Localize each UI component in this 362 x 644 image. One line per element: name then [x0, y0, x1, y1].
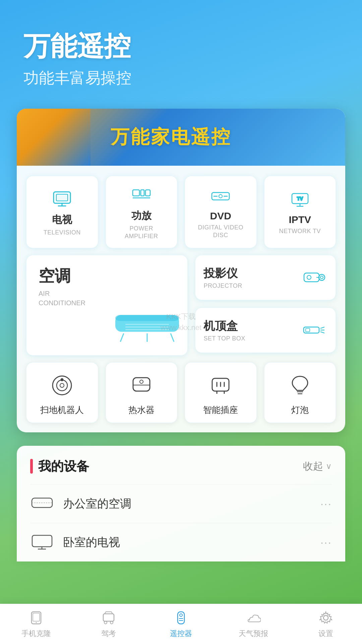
- tv-list-icon: [30, 534, 54, 551]
- stb-icon: [301, 320, 327, 340]
- robot-name: 扫地机器人: [40, 404, 84, 416]
- my-devices-title: 我的设备: [38, 458, 89, 475]
- ac-name-en-2: CONDITIONER: [39, 299, 85, 307]
- header-area: 万能遥控 功能丰富易操控: [0, 0, 362, 109]
- svg-rect-4: [133, 190, 139, 196]
- remote-icon: [173, 610, 189, 626]
- stb-name-zh: 机顶盒: [203, 318, 245, 334]
- nav-label-weather: 天气预报: [239, 629, 268, 639]
- chevron-down-icon: ∨: [326, 462, 332, 471]
- main-card: 万能家电遥控 电视 TELEVISION 功放 POWER AMPLIFIER: [17, 109, 345, 432]
- ac-more-icon[interactable]: ···: [320, 497, 332, 510]
- nav-item-settings[interactable]: 设置: [290, 606, 362, 642]
- section-indicator: [30, 459, 33, 474]
- device-item-amplifier[interactable]: 功放 POWER AMPLIFIER: [106, 176, 178, 248]
- svg-point-35: [57, 380, 67, 391]
- card-banner: 万能家电遥控: [17, 109, 345, 166]
- projector-icon: [301, 267, 327, 287]
- tv-name-zh: 电视: [52, 213, 72, 227]
- wide-grid: 空调 AIR CONDITIONER: [17, 255, 345, 362]
- svg-rect-33: [306, 328, 310, 332]
- bulb-icon: [287, 372, 313, 399]
- header-subtitle: 功能丰富易操控: [23, 68, 339, 89]
- device-item-iptv[interactable]: TV IPTV NETWORK TV: [264, 176, 336, 248]
- nav-item-driving[interactable]: 驾考: [72, 606, 145, 642]
- device-item-dvd[interactable]: DVD DIGITAL VIDEO DISC: [185, 176, 257, 248]
- dvd-name-en: DIGITAL VIDEO DISC: [198, 224, 243, 239]
- smart-plug-icon: [207, 372, 234, 399]
- iptv-name-en: NETWORK TV: [279, 227, 321, 235]
- dvd-name-zh: DVD: [210, 210, 231, 222]
- driving-icon: [101, 610, 117, 626]
- device-item-water-heater[interactable]: 热水器: [106, 362, 178, 423]
- svg-point-25: [319, 274, 325, 280]
- ac-name-en-1: AIR: [39, 290, 50, 297]
- iptv-name-zh: IPTV: [289, 214, 311, 225]
- phone-clone-icon: [28, 610, 44, 626]
- my-device-item-tv[interactable]: 卧室的电视 ···: [30, 523, 332, 561]
- svg-point-36: [60, 383, 64, 387]
- ac-list-icon: [30, 495, 54, 512]
- amplifier-name-en: POWER AMPLIFIER: [125, 225, 158, 240]
- device-item-projector[interactable]: 投影仪 PROJECTOR: [195, 255, 336, 300]
- projector-name-en: PROJECTOR: [203, 282, 242, 289]
- bulb-name: 灯泡: [291, 404, 309, 416]
- tv-icon: [50, 190, 74, 208]
- right-column: 投影仪 PROJECTOR 机顶盒 SET TOP BOX: [195, 255, 336, 356]
- card-banner-title: 万能家电遥控: [111, 124, 231, 150]
- svg-rect-6: [145, 190, 150, 196]
- svg-text:TV: TV: [297, 196, 303, 201]
- svg-line-18: [120, 333, 124, 342]
- svg-point-62: [180, 614, 182, 616]
- weather-icon: [245, 610, 261, 626]
- ac-name-zh: 空调: [39, 265, 178, 287]
- header-title: 万能遥控: [23, 30, 339, 62]
- my-device-item-ac[interactable]: 办公室的空调 ···: [30, 484, 332, 523]
- device-item-robot[interactable]: 扫地机器人: [26, 362, 98, 423]
- svg-rect-52: [32, 535, 52, 547]
- svg-point-26: [320, 276, 323, 279]
- nav-item-remote[interactable]: 遥控器: [145, 606, 217, 642]
- svg-point-40: [140, 380, 143, 383]
- device-item-smart-plug[interactable]: 智能插座: [185, 362, 257, 423]
- svg-point-28: [307, 275, 311, 279]
- water-heater-icon: [128, 372, 155, 399]
- ac-office-name: 办公室的空调: [63, 496, 320, 512]
- nav-label-remote: 遥控器: [170, 629, 192, 639]
- svg-rect-5: [141, 190, 144, 196]
- nav-label-settings: 设置: [318, 629, 333, 639]
- device-item-bulb[interactable]: 灯泡: [264, 362, 336, 423]
- settings-icon: [318, 610, 334, 626]
- my-devices-header: 我的设备 收起 ∨: [30, 458, 332, 475]
- amplifier-icon: [130, 185, 153, 204]
- water-heater-name: 热水器: [128, 404, 155, 416]
- svg-point-11: [219, 195, 222, 198]
- svg-point-65: [323, 615, 328, 620]
- svg-rect-29: [304, 327, 319, 333]
- tv-more-icon[interactable]: ···: [320, 536, 332, 549]
- nav-label-phone: 手机克隆: [21, 629, 51, 639]
- device-item-stb[interactable]: 机顶盒 SET TOP BOX: [195, 308, 336, 353]
- tv-bedroom-name: 卧室的电视: [63, 535, 320, 550]
- iptv-icon: TV: [288, 191, 312, 209]
- nav-item-weather[interactable]: 天气预报: [217, 606, 290, 642]
- svg-rect-56: [33, 613, 40, 621]
- collapse-button[interactable]: 收起 ∨: [303, 460, 332, 473]
- stb-name-en: SET TOP BOX: [203, 335, 245, 342]
- device-item-ac[interactable]: 空调 AIR CONDITIONER: [26, 255, 188, 356]
- svg-rect-58: [103, 614, 114, 621]
- tv-name-en: TELEVISION: [44, 229, 81, 236]
- svg-rect-3: [56, 194, 68, 201]
- svg-line-30: [320, 327, 324, 328]
- projector-name-zh: 投影仪: [203, 266, 242, 281]
- device-grid-bottom: 扫地机器人 热水器 智能插座 灯泡: [17, 362, 345, 432]
- nav-label-driving: 驾考: [101, 629, 116, 639]
- dvd-icon: [209, 187, 232, 206]
- device-item-tv[interactable]: 电视 TELEVISION: [26, 176, 98, 248]
- svg-rect-17: [115, 315, 179, 321]
- ac-illustration-icon: [114, 312, 181, 345]
- nav-item-phone[interactable]: 手机克隆: [0, 606, 72, 642]
- svg-line-20: [171, 333, 174, 342]
- bottom-nav: 手机克隆 驾考 遥控器 天气预报 设置: [0, 604, 362, 644]
- amplifier-name-zh: 功放: [131, 209, 152, 223]
